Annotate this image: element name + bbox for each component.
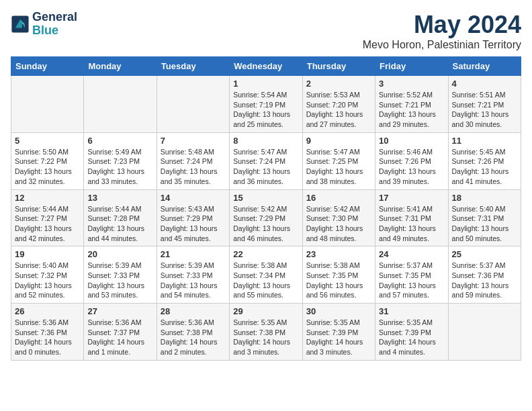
page-header: General Blue May 2024 Mevo Horon, Palest… — [11, 11, 521, 51]
logo-line2: Blue — [32, 24, 77, 38]
calendar-week-row: 12Sunrise: 5:44 AM Sunset: 7:27 PM Dayli… — [11, 189, 521, 246]
main-title: May 2024 — [363, 11, 521, 39]
day-info: Sunrise: 5:51 AM Sunset: 7:21 PM Dayligh… — [452, 90, 517, 130]
calendar-cell: 1Sunrise: 5:54 AM Sunset: 7:19 PM Daylig… — [230, 76, 302, 133]
day-number: 10 — [379, 136, 444, 146]
weekday-header-cell: Tuesday — [157, 57, 229, 76]
calendar-cell: 4Sunrise: 5:51 AM Sunset: 7:21 PM Daylig… — [448, 76, 521, 133]
calendar-cell: 30Sunrise: 5:35 AM Sunset: 7:39 PM Dayli… — [302, 304, 375, 361]
calendar-cell: 21Sunrise: 5:39 AM Sunset: 7:33 PM Dayli… — [157, 246, 229, 304]
day-number: 4 — [452, 79, 517, 89]
calendar-body: 1Sunrise: 5:54 AM Sunset: 7:19 PM Daylig… — [11, 76, 521, 361]
day-number: 25 — [452, 249, 517, 259]
day-number: 3 — [379, 79, 444, 89]
day-info: Sunrise: 5:50 AM Sunset: 7:22 PM Dayligh… — [15, 147, 80, 187]
day-number: 21 — [161, 249, 226, 259]
day-number: 5 — [15, 136, 80, 146]
day-info: Sunrise: 5:40 AM Sunset: 7:32 PM Dayligh… — [15, 261, 80, 300]
day-info: Sunrise: 5:36 AM Sunset: 7:36 PM Dayligh… — [15, 318, 80, 357]
calendar-cell: 28Sunrise: 5:36 AM Sunset: 7:38 PM Dayli… — [157, 304, 229, 361]
calendar-cell: 24Sunrise: 5:37 AM Sunset: 7:35 PM Dayli… — [375, 246, 448, 304]
day-info: Sunrise: 5:36 AM Sunset: 7:37 PM Dayligh… — [87, 318, 152, 357]
calendar-cell: 22Sunrise: 5:38 AM Sunset: 7:34 PM Dayli… — [230, 246, 302, 304]
day-info: Sunrise: 5:54 AM Sunset: 7:19 PM Dayligh… — [233, 90, 298, 130]
day-info: Sunrise: 5:52 AM Sunset: 7:21 PM Dayligh… — [379, 90, 444, 130]
day-info: Sunrise: 5:47 AM Sunset: 7:24 PM Dayligh… — [233, 147, 298, 187]
day-info: Sunrise: 5:35 AM Sunset: 7:39 PM Dayligh… — [379, 318, 444, 357]
weekday-header-cell: Wednesday — [230, 57, 302, 76]
day-info: Sunrise: 5:41 AM Sunset: 7:31 PM Dayligh… — [379, 204, 444, 244]
calendar-cell: 19Sunrise: 5:40 AM Sunset: 7:32 PM Dayli… — [11, 246, 84, 304]
calendar-cell: 27Sunrise: 5:36 AM Sunset: 7:37 PM Dayli… — [84, 304, 157, 361]
day-info: Sunrise: 5:37 AM Sunset: 7:35 PM Dayligh… — [379, 261, 444, 300]
calendar-cell: 29Sunrise: 5:35 AM Sunset: 7:38 PM Dayli… — [230, 304, 302, 361]
day-number: 15 — [233, 193, 298, 203]
day-number: 26 — [15, 306, 80, 316]
day-number: 24 — [379, 249, 444, 259]
day-info: Sunrise: 5:35 AM Sunset: 7:38 PM Dayligh… — [233, 318, 298, 357]
day-info: Sunrise: 5:46 AM Sunset: 7:26 PM Dayligh… — [379, 147, 444, 187]
calendar-cell: 31Sunrise: 5:35 AM Sunset: 7:39 PM Dayli… — [375, 304, 448, 361]
calendar-cell: 17Sunrise: 5:41 AM Sunset: 7:31 PM Dayli… — [375, 189, 448, 246]
weekday-header-cell: Saturday — [448, 57, 521, 76]
day-info: Sunrise: 5:42 AM Sunset: 7:29 PM Dayligh… — [233, 204, 298, 244]
day-number: 29 — [233, 306, 298, 316]
calendar-week-row: 19Sunrise: 5:40 AM Sunset: 7:32 PM Dayli… — [11, 246, 521, 304]
calendar-week-row: 5Sunrise: 5:50 AM Sunset: 7:22 PM Daylig… — [11, 132, 521, 189]
day-number: 11 — [452, 136, 517, 146]
day-number: 19 — [15, 249, 80, 259]
calendar-cell: 20Sunrise: 5:39 AM Sunset: 7:33 PM Dayli… — [84, 246, 157, 304]
day-info: Sunrise: 5:43 AM Sunset: 7:29 PM Dayligh… — [161, 204, 226, 244]
logo-line1: General — [32, 11, 77, 24]
day-info: Sunrise: 5:47 AM Sunset: 7:25 PM Dayligh… — [306, 147, 371, 187]
calendar-cell: 13Sunrise: 5:44 AM Sunset: 7:28 PM Dayli… — [84, 189, 157, 246]
day-number: 20 — [87, 249, 152, 259]
day-info: Sunrise: 5:38 AM Sunset: 7:34 PM Dayligh… — [233, 261, 298, 300]
calendar-cell: 7Sunrise: 5:48 AM Sunset: 7:24 PM Daylig… — [157, 132, 229, 189]
day-info: Sunrise: 5:44 AM Sunset: 7:27 PM Dayligh… — [15, 204, 80, 244]
weekday-header-cell: Friday — [375, 57, 448, 76]
calendar-cell: 16Sunrise: 5:42 AM Sunset: 7:30 PM Dayli… — [302, 189, 375, 246]
calendar-week-row: 26Sunrise: 5:36 AM Sunset: 7:36 PM Dayli… — [11, 304, 521, 361]
day-number: 12 — [15, 193, 80, 203]
day-info: Sunrise: 5:48 AM Sunset: 7:24 PM Dayligh… — [161, 147, 226, 187]
day-info: Sunrise: 5:45 AM Sunset: 7:26 PM Dayligh… — [452, 147, 517, 187]
calendar-cell: 10Sunrise: 5:46 AM Sunset: 7:26 PM Dayli… — [375, 132, 448, 189]
day-info: Sunrise: 5:53 AM Sunset: 7:20 PM Dayligh… — [306, 90, 371, 130]
calendar-cell: 8Sunrise: 5:47 AM Sunset: 7:24 PM Daylig… — [230, 132, 302, 189]
day-info: Sunrise: 5:49 AM Sunset: 7:23 PM Dayligh… — [87, 147, 152, 187]
weekday-header-row: SundayMondayTuesdayWednesdayThursdayFrid… — [11, 57, 521, 76]
calendar-cell: 26Sunrise: 5:36 AM Sunset: 7:36 PM Dayli… — [11, 304, 84, 361]
calendar-cell: 23Sunrise: 5:38 AM Sunset: 7:35 PM Dayli… — [302, 246, 375, 304]
day-info: Sunrise: 5:39 AM Sunset: 7:33 PM Dayligh… — [161, 261, 226, 300]
day-info: Sunrise: 5:39 AM Sunset: 7:33 PM Dayligh… — [87, 261, 152, 300]
day-number: 30 — [306, 306, 371, 316]
day-number: 18 — [452, 193, 517, 203]
day-number: 27 — [87, 306, 152, 316]
day-info: Sunrise: 5:40 AM Sunset: 7:31 PM Dayligh… — [452, 204, 517, 244]
day-number: 17 — [379, 193, 444, 203]
calendar-cell: 12Sunrise: 5:44 AM Sunset: 7:27 PM Dayli… — [11, 189, 84, 246]
calendar-cell: 2Sunrise: 5:53 AM Sunset: 7:20 PM Daylig… — [302, 76, 375, 133]
calendar-week-row: 1Sunrise: 5:54 AM Sunset: 7:19 PM Daylig… — [11, 76, 521, 133]
logo: General Blue — [11, 11, 77, 38]
calendar-cell: 9Sunrise: 5:47 AM Sunset: 7:25 PM Daylig… — [302, 132, 375, 189]
day-number: 28 — [161, 306, 226, 316]
calendar-cell: 3Sunrise: 5:52 AM Sunset: 7:21 PM Daylig… — [375, 76, 448, 133]
day-number: 6 — [87, 136, 152, 146]
day-number: 23 — [306, 249, 371, 259]
subtitle: Mevo Horon, Palestinian Territory — [363, 39, 521, 51]
day-number: 16 — [306, 193, 371, 203]
day-info: Sunrise: 5:35 AM Sunset: 7:39 PM Dayligh… — [306, 318, 371, 357]
day-number: 22 — [233, 249, 298, 259]
day-number: 8 — [233, 136, 298, 146]
calendar-cell — [84, 76, 157, 133]
calendar-cell: 25Sunrise: 5:37 AM Sunset: 7:36 PM Dayli… — [448, 246, 521, 304]
day-number: 7 — [161, 136, 226, 146]
logo-icon — [11, 15, 30, 34]
day-info: Sunrise: 5:37 AM Sunset: 7:36 PM Dayligh… — [452, 261, 517, 300]
weekday-header-cell: Thursday — [302, 57, 375, 76]
day-info: Sunrise: 5:42 AM Sunset: 7:30 PM Dayligh… — [306, 204, 371, 244]
calendar-cell: 6Sunrise: 5:49 AM Sunset: 7:23 PM Daylig… — [84, 132, 157, 189]
day-info: Sunrise: 5:36 AM Sunset: 7:38 PM Dayligh… — [161, 318, 226, 357]
